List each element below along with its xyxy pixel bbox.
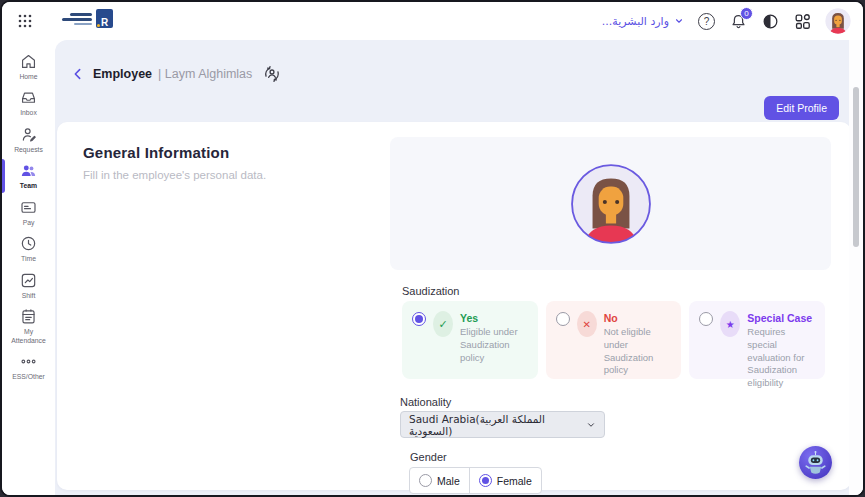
- workspace-switcher[interactable]: ...وارد البشرية: [602, 15, 684, 28]
- star-icon: ★: [720, 311, 740, 337]
- general-information-card: General Information Fill in the employee…: [57, 122, 851, 490]
- logo-mark: R: [96, 9, 113, 28]
- saudization-label: Saudization: [402, 285, 851, 297]
- profile-photo-panel: [390, 137, 831, 270]
- more-dots-icon: [19, 352, 38, 371]
- logo-arabic-text: [62, 13, 92, 25]
- section-intro: General Information Fill in the employee…: [57, 122, 390, 181]
- avatar-woman-icon: [825, 8, 851, 34]
- workspace-label: ...وارد البشرية: [602, 15, 669, 28]
- notifications-button[interactable]: 0: [729, 12, 748, 31]
- sidebar-item-time[interactable]: Time: [2, 234, 55, 263]
- option-description: Not eligible under Saudization policy: [604, 326, 674, 377]
- requests-icon: [19, 125, 38, 144]
- sidebar-item-team[interactable]: Team: [2, 161, 55, 190]
- employee-name: | Laym Alghimlas: [158, 67, 252, 81]
- sidebar-item-label: Requests: [14, 146, 43, 154]
- sidebar: Home Inbox Requests Team Pay Time Shift: [2, 40, 55, 495]
- radio-no[interactable]: [556, 312, 570, 326]
- main-content: Employee | Laym Alghimlas Edit Profile G…: [55, 40, 863, 495]
- gender-segmented-control: Male Female: [409, 467, 542, 494]
- nationality-value: Saudi Arabia(المملكة العربية السعودية): [409, 413, 586, 437]
- form-column: Saudization ✓ Yes Eligible under Saudiza…: [390, 122, 851, 490]
- help-button[interactable]: ?: [697, 12, 716, 31]
- gender-option-female[interactable]: Female: [469, 468, 541, 493]
- sidebar-item-label: Team: [20, 182, 37, 190]
- app-window: R ...وارد البشرية ? 0: [0, 0, 865, 497]
- edit-profile-button[interactable]: Edit Profile: [764, 96, 839, 120]
- sidebar-item-ess-other[interactable]: ESS/Other: [2, 352, 55, 381]
- chevron-down-icon: [674, 16, 684, 26]
- topbar: R ...وارد البشرية ? 0: [2, 2, 863, 40]
- user-avatar[interactable]: [825, 8, 851, 34]
- check-icon: ✓: [433, 311, 453, 337]
- radio-male[interactable]: [419, 474, 432, 487]
- contrast-icon: [761, 12, 780, 31]
- clock-icon: [19, 234, 38, 253]
- x-icon: ✕: [577, 311, 597, 337]
- shift-icon: [19, 271, 38, 290]
- sidebar-item-home[interactable]: Home: [2, 52, 55, 81]
- chevron-left-icon: [70, 66, 86, 82]
- saudization-options: ✓ Yes Eligible under Saudization policy …: [402, 301, 825, 379]
- notification-badge: 0: [740, 7, 753, 20]
- option-description: Eligible under Saudization policy: [460, 326, 530, 364]
- scrollbar-thumb[interactable]: [853, 87, 859, 247]
- inbox-icon: [19, 88, 38, 107]
- app-launcher-icon[interactable]: [18, 14, 32, 28]
- apps-menu-button[interactable]: [793, 12, 812, 31]
- option-label: Male: [437, 475, 460, 487]
- page-title: Employee: [93, 67, 152, 81]
- sidebar-item-my-attendance[interactable]: My Attendance: [2, 307, 55, 345]
- profile-sync-button[interactable]: [262, 64, 282, 84]
- gender-label: Gender: [410, 451, 851, 463]
- pay-card-icon: [19, 198, 38, 217]
- sidebar-item-pay[interactable]: Pay: [2, 198, 55, 227]
- team-icon: [19, 161, 38, 180]
- theme-toggle-button[interactable]: [761, 12, 780, 31]
- section-title: General Information: [83, 144, 370, 161]
- help-icon: ?: [698, 13, 715, 30]
- back-button[interactable]: [69, 65, 87, 83]
- sidebar-item-inbox[interactable]: Inbox: [2, 88, 55, 117]
- option-title: Yes: [460, 312, 530, 324]
- scrollbar-track[interactable]: [849, 40, 863, 495]
- sidebar-item-label: My Attendance: [7, 328, 51, 345]
- company-logo: R: [62, 9, 113, 28]
- sidebar-item-label: Pay: [23, 219, 35, 227]
- section-subtitle: Fill in the employee's personal data.: [83, 169, 370, 181]
- chevron-down-icon: [586, 420, 596, 430]
- saudization-option-special-case[interactable]: ★ Special Case Requires special evaluati…: [689, 301, 825, 379]
- attendance-calendar-icon: [19, 307, 38, 326]
- radio-yes[interactable]: [412, 312, 426, 326]
- saudization-option-no[interactable]: ✕ No Not eligible under Saudization poli…: [546, 301, 682, 379]
- topbar-actions: ...وارد البشرية ? 0: [602, 2, 851, 40]
- sidebar-item-label: ESS/Other: [12, 373, 45, 381]
- option-label: Female: [497, 475, 532, 487]
- nationality-select[interactable]: Saudi Arabia(المملكة العربية السعودية): [400, 411, 605, 438]
- sidebar-item-shift[interactable]: Shift: [2, 271, 55, 300]
- option-title: Special Case: [747, 312, 817, 324]
- apps-grid-icon: [793, 12, 812, 31]
- sidebar-item-label: Shift: [22, 292, 36, 300]
- avatar-woman-illustration: [570, 163, 652, 245]
- breadcrumb: Employee | Laym Alghimlas: [69, 64, 282, 84]
- radio-special-case[interactable]: [699, 312, 713, 326]
- saudization-option-yes[interactable]: ✓ Yes Eligible under Saudization policy: [402, 301, 538, 379]
- option-title: No: [604, 312, 674, 324]
- sync-profile-icon: [262, 64, 282, 84]
- chatbot-button[interactable]: [799, 446, 832, 479]
- option-description: Requires special evaluation for Saudizat…: [747, 326, 817, 390]
- robot-icon: [799, 446, 832, 479]
- sidebar-item-label: Time: [21, 255, 36, 263]
- home-icon: [19, 52, 38, 71]
- sidebar-item-label: Inbox: [20, 109, 37, 117]
- sidebar-item-label: Home: [19, 73, 37, 81]
- nationality-label: Nationality: [400, 396, 851, 408]
- radio-female[interactable]: [479, 474, 492, 487]
- gender-option-male[interactable]: Male: [410, 468, 469, 493]
- profile-photo[interactable]: [570, 163, 652, 245]
- sidebar-item-requests[interactable]: Requests: [2, 125, 55, 154]
